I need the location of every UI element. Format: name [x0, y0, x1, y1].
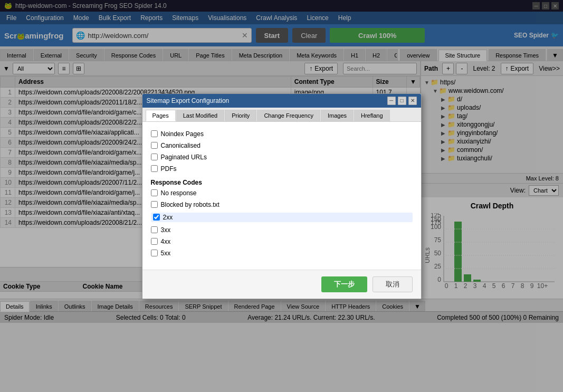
- canonicalised-label[interactable]: Canonicalised: [161, 142, 201, 149]
- modal-maximize[interactable]: □: [398, 97, 406, 105]
- checkbox-4xx: 4xx: [151, 238, 413, 245]
- modal-close[interactable]: ✕: [408, 97, 417, 105]
- modal-tab-change-frequency[interactable]: Change Frequency: [257, 110, 320, 121]
- 5xx-label[interactable]: 5xx: [161, 250, 171, 257]
- modal-tab-pages[interactable]: Pages: [146, 110, 176, 121]
- paginated-label[interactable]: Paginated URLs: [161, 154, 207, 161]
- modal-title: Sitemap Export Configuration: [147, 97, 230, 104]
- robots-label[interactable]: Blocked by robots.txt: [161, 201, 220, 208]
- checkbox-paginated: Paginated URLs: [151, 154, 413, 161]
- paginated-checkbox[interactable]: [151, 154, 158, 160]
- 4xx-label[interactable]: 4xx: [161, 238, 171, 245]
- 3xx-checkbox[interactable]: [151, 226, 158, 233]
- modal-body: Noindex Pages Canonicalised Paginated UR…: [142, 122, 421, 270]
- noindex-label[interactable]: Noindex Pages: [161, 130, 204, 138]
- 5xx-checkbox[interactable]: [151, 250, 158, 256]
- pdfs-label[interactable]: PDFs: [161, 165, 177, 173]
- noindex-checkbox[interactable]: [151, 130, 158, 137]
- modal-minimize[interactable]: ─: [387, 97, 396, 105]
- no-response-label[interactable]: No response: [161, 189, 197, 197]
- modal-titlebar: Sitemap Export Configuration ─ □ ✕: [142, 94, 421, 108]
- modal-controls: ─ □ ✕: [387, 97, 417, 105]
- sitemap-export-modal: Sitemap Export Configuration ─ □ ✕ Pages…: [142, 93, 422, 299]
- modal-tab-last-modified[interactable]: Last Modified: [176, 110, 224, 121]
- checkbox-2xx: 2xx: [151, 213, 413, 222]
- 2xx-label[interactable]: 2xx: [163, 214, 173, 221]
- checkbox-5xx: 5xx: [151, 250, 413, 257]
- cancel-button[interactable]: 取消: [373, 276, 413, 292]
- checkbox-no-response: No response: [151, 189, 413, 197]
- canonicalised-checkbox[interactable]: [151, 142, 158, 149]
- checkbox-robots: Blocked by robots.txt: [151, 201, 413, 208]
- modal-tab-hreflang[interactable]: Hreflang: [354, 110, 390, 121]
- next-button[interactable]: 下一步: [321, 276, 367, 292]
- checkbox-3xx: 3xx: [151, 226, 413, 234]
- 4xx-checkbox[interactable]: [151, 238, 158, 245]
- modal-tab-images[interactable]: Images: [321, 110, 354, 121]
- modal-overlay: Sitemap Export Configuration ─ □ ✕ Pages…: [0, 0, 563, 392]
- response-codes-header: Response Codes: [151, 179, 413, 186]
- modal-tab-priority[interactable]: Priority: [225, 110, 256, 121]
- checkbox-canonicalised: Canonicalised: [151, 142, 413, 149]
- 3xx-label[interactable]: 3xx: [161, 226, 171, 234]
- checkbox-pdfs: PDFs: [151, 165, 413, 173]
- pdfs-checkbox[interactable]: [151, 165, 158, 172]
- robots-checkbox[interactable]: [151, 201, 158, 208]
- modal-footer: 下一步 取消: [142, 270, 421, 299]
- checkbox-noindex: Noindex Pages: [151, 130, 413, 138]
- 2xx-checkbox[interactable]: [153, 214, 160, 221]
- no-response-checkbox[interactable]: [151, 189, 158, 196]
- modal-tabs: Pages Last Modified Priority Change Freq…: [142, 108, 421, 122]
